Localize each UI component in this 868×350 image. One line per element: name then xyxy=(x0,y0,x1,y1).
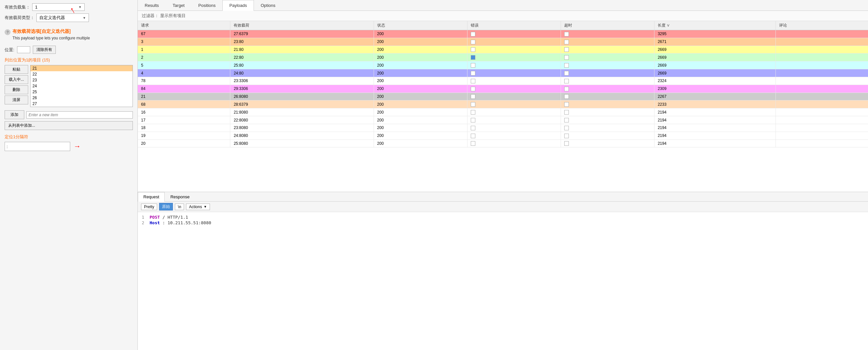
clear-button[interactable]: 清屏 xyxy=(5,95,28,105)
separator-input[interactable] xyxy=(5,142,70,151)
checkbox-icon[interactable] xyxy=(471,141,475,146)
pretty-button[interactable]: Pretty xyxy=(141,204,157,210)
cell-request: 20 xyxy=(138,140,230,147)
actions-dropdown[interactable]: Actions ▼ xyxy=(186,204,210,210)
list-item[interactable]: 26 xyxy=(31,95,132,101)
table-row[interactable]: 7823:33062002324 xyxy=(138,77,868,85)
load-button[interactable]: 载入中... xyxy=(5,75,28,84)
list-item[interactable]: 25 xyxy=(31,89,132,95)
bottom-tab-response[interactable]: Response xyxy=(165,192,195,201)
table-row[interactable]: 121:802002669 xyxy=(138,46,868,54)
delete-button[interactable]: 删除 xyxy=(5,85,28,94)
list-item[interactable]: 27 xyxy=(31,101,132,107)
table-row[interactable]: 1621:80802002194 xyxy=(138,108,868,116)
checkbox-icon[interactable] xyxy=(471,71,475,76)
checkbox-icon[interactable] xyxy=(564,55,569,60)
cell-request: 21 xyxy=(138,93,230,100)
cell-comment xyxy=(775,69,868,77)
bottom-tab-request[interactable]: Request xyxy=(138,192,165,202)
list-item[interactable]: 24 xyxy=(31,83,132,89)
checkbox-icon[interactable] xyxy=(564,63,569,68)
table-row[interactable]: 424:802002669 xyxy=(138,69,868,77)
checkbox-icon[interactable] xyxy=(471,118,475,122)
table-row[interactable]: 1924:80802002194 xyxy=(138,132,868,140)
checkbox-icon[interactable] xyxy=(471,102,475,107)
checkbox-icon[interactable] xyxy=(564,102,569,107)
add-item-input[interactable] xyxy=(26,111,133,119)
col-length[interactable]: 长度 ∨ xyxy=(654,21,775,30)
payload-set-dropdown[interactable]: 1 ▼ xyxy=(32,3,85,11)
raw-button[interactable]: 原始 xyxy=(159,203,173,210)
table-row[interactable]: 1823:80802002194 xyxy=(138,124,868,132)
checkbox-icon[interactable] xyxy=(564,110,569,115)
clear-all-button[interactable]: 清除所有 xyxy=(33,46,56,54)
checkbox-icon[interactable] xyxy=(471,47,475,52)
checkbox-icon[interactable] xyxy=(471,55,475,60)
cell-length: 2669 xyxy=(654,46,775,54)
payload-type-dropdown[interactable]: 自定义迭代器 ▼ xyxy=(36,13,89,22)
checkbox-icon[interactable] xyxy=(564,40,569,44)
checkbox-icon[interactable] xyxy=(564,134,569,138)
position-input[interactable]: 1 xyxy=(17,46,30,53)
checkbox-icon[interactable] xyxy=(564,71,569,76)
tab-positions[interactable]: Positions xyxy=(192,0,223,10)
checkbox-icon[interactable] xyxy=(471,87,475,91)
cell-status: 200 xyxy=(374,69,467,77)
col-timeout[interactable]: 超时 xyxy=(561,21,654,30)
col-comment[interactable]: 评论 xyxy=(775,21,868,30)
table-row[interactable]: 6828:63792002233 xyxy=(138,100,868,108)
table-row[interactable]: 525:802002669 xyxy=(138,61,868,69)
cell-timeout xyxy=(561,124,654,132)
col-error[interactable]: 错误 xyxy=(467,21,561,30)
table-row[interactable]: 2025:80802002194 xyxy=(138,140,868,147)
table-row[interactable]: 222:802002669 xyxy=(138,54,868,61)
checkbox-icon[interactable] xyxy=(564,118,569,122)
newline-button[interactable]: \n xyxy=(175,204,184,210)
col-status[interactable]: 状态 xyxy=(374,21,467,30)
checkbox-icon[interactable] xyxy=(564,87,569,91)
paste-button[interactable]: 粘贴 xyxy=(5,65,28,74)
tab-options[interactable]: Options xyxy=(254,0,282,10)
tab-results[interactable]: Results xyxy=(138,0,166,10)
checkbox-icon[interactable] xyxy=(471,126,475,130)
list-item[interactable]: 23 xyxy=(31,77,132,83)
list-item[interactable]: 22 xyxy=(31,71,132,77)
tab-payloads[interactable]: Payloads xyxy=(222,0,254,11)
checkbox-icon[interactable] xyxy=(564,94,569,99)
cell-comment xyxy=(775,61,868,69)
dropdown-arrow2-icon: ▼ xyxy=(83,16,86,20)
checkbox-icon[interactable] xyxy=(471,79,475,83)
list-item[interactable]: 21 xyxy=(31,65,132,71)
actions-label: Actions xyxy=(189,205,202,209)
table-row[interactable]: 2126:80802002267 xyxy=(138,93,868,100)
cell-status: 200 xyxy=(374,61,467,69)
http-header-value: 10.211.55.51:8080 xyxy=(167,220,211,225)
table-row[interactable]: 1722:80802002194 xyxy=(138,116,868,124)
checkbox-icon[interactable] xyxy=(564,47,569,52)
checkbox-icon[interactable] xyxy=(471,63,475,68)
checkbox-icon[interactable] xyxy=(564,126,569,130)
table-row[interactable]: 323:802002671 xyxy=(138,38,868,46)
checkbox-icon[interactable] xyxy=(471,32,475,36)
checkbox-icon[interactable] xyxy=(471,94,475,99)
checkbox-icon[interactable] xyxy=(471,134,475,138)
cell-timeout xyxy=(561,132,654,140)
checkbox-icon[interactable] xyxy=(564,79,569,83)
checkbox-icon[interactable] xyxy=(564,32,569,36)
table-row[interactable]: 8429:33062002309 xyxy=(138,85,868,93)
checkbox-icon[interactable] xyxy=(564,141,569,146)
add-button[interactable]: 添加 xyxy=(5,110,24,119)
checkbox-icon[interactable] xyxy=(471,40,475,44)
tab-target[interactable]: Target xyxy=(166,0,191,10)
cell-status: 200 xyxy=(374,132,467,140)
checkbox-icon[interactable] xyxy=(471,110,475,115)
http-method: POST xyxy=(150,215,160,220)
cell-length: 2309 xyxy=(654,85,775,93)
table-row[interactable]: 6727:63792003295 xyxy=(138,30,868,38)
from-list-button[interactable]: 从列表中添加... xyxy=(5,121,133,130)
col-payload[interactable]: 有效载荷 xyxy=(230,21,374,30)
col-request[interactable]: 请求 xyxy=(138,21,230,30)
cell-error xyxy=(467,116,561,124)
cell-error xyxy=(467,132,561,140)
cell-payload: 25:8080 xyxy=(230,140,374,147)
